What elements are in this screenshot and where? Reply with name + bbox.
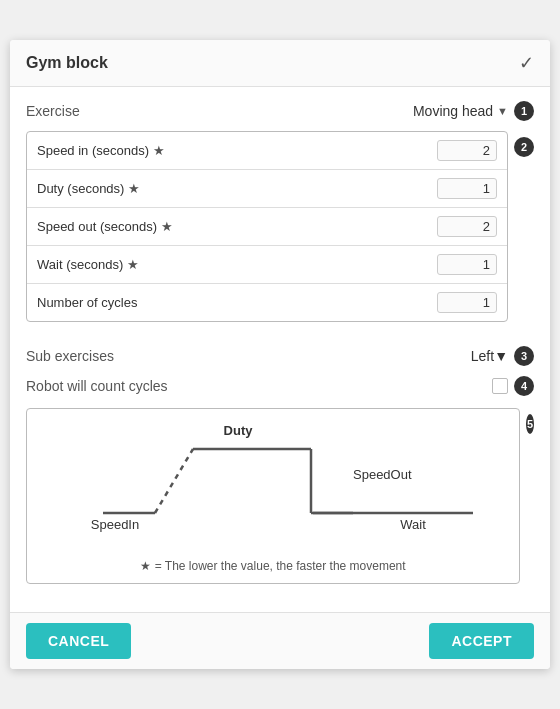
- field-input-speed-out[interactable]: [437, 216, 497, 237]
- field-label-cycles: Number of cycles: [37, 295, 137, 310]
- robot-count-checkbox[interactable]: [492, 378, 508, 394]
- field-row-wait: Wait (seconds) ★: [27, 246, 507, 284]
- diagram-box: Duty SpeedOut SpeedIn Wait: [26, 408, 520, 584]
- exercise-dropdown[interactable]: Moving head ▼: [413, 103, 508, 119]
- exercise-label: Exercise: [26, 103, 80, 119]
- section-badge-3: 3: [514, 346, 534, 366]
- cancel-button[interactable]: CANCEL: [26, 623, 131, 659]
- confirm-icon[interactable]: ✓: [519, 52, 534, 74]
- field-input-duty[interactable]: [437, 178, 497, 199]
- dialog-title: Gym block: [26, 54, 108, 72]
- field-input-cycles[interactable]: [437, 292, 497, 313]
- field-input-wait[interactable]: [437, 254, 497, 275]
- diagram-svg: Duty SpeedOut SpeedIn Wait: [43, 421, 503, 551]
- exercise-arrow-icon: ▼: [497, 105, 508, 117]
- field-label-wait: Wait (seconds) ★: [37, 257, 139, 272]
- field-label-speed-in: Speed in (seconds) ★: [37, 143, 165, 158]
- dialog-header: Gym block ✓: [10, 40, 550, 87]
- robot-count-row: Robot will count cycles 4: [26, 376, 534, 396]
- field-input-speed-in[interactable]: [437, 140, 497, 161]
- section-badge-1: 1: [514, 101, 534, 121]
- field-label-duty: Duty (seconds) ★: [37, 181, 140, 196]
- sub-exercises-arrow-icon: ▼: [494, 348, 508, 364]
- exercise-row: Exercise Moving head ▼ 1: [26, 101, 534, 121]
- diagram-note: ★ = The lower the value, the faster the …: [43, 559, 503, 573]
- exercise-value: Moving head: [413, 103, 493, 119]
- section-badge-5: 5: [526, 414, 534, 434]
- field-row-speed-out: Speed out (seconds) ★: [27, 208, 507, 246]
- diagram-label-speedout: SpeedOut: [353, 467, 412, 482]
- gym-block-dialog: Gym block ✓ Exercise Moving head ▼ 1 Spe…: [10, 40, 550, 669]
- sub-exercises-dropdown[interactable]: Left ▼: [471, 348, 508, 364]
- field-row-cycles: Number of cycles: [27, 284, 507, 321]
- dialog-body: Exercise Moving head ▼ 1 Speed in (secon…: [10, 87, 550, 612]
- field-row-duty: Duty (seconds) ★: [27, 170, 507, 208]
- field-label-speed-out: Speed out (seconds) ★: [37, 219, 173, 234]
- sub-exercises-row: Sub exercises Left ▼ 3: [26, 346, 534, 366]
- section-badge-4: 4: [514, 376, 534, 396]
- sub-exercises-label: Sub exercises: [26, 348, 114, 364]
- field-row-speed-in: Speed in (seconds) ★: [27, 132, 507, 170]
- diagram-label-speedin: SpeedIn: [91, 517, 139, 532]
- accept-button[interactable]: ACCEPT: [429, 623, 534, 659]
- diagram-label-duty: Duty: [224, 423, 254, 438]
- diagram-label-wait: Wait: [400, 517, 426, 532]
- diagram-rise-dotted: [155, 449, 193, 513]
- sub-exercises-value: Left: [471, 348, 494, 364]
- robot-count-label: Robot will count cycles: [26, 378, 168, 394]
- dialog-footer: CANCEL ACCEPT: [10, 612, 550, 669]
- fields-box: Speed in (seconds) ★ Duty (seconds) ★ Sp…: [26, 131, 508, 322]
- section-badge-2: 2: [514, 137, 534, 157]
